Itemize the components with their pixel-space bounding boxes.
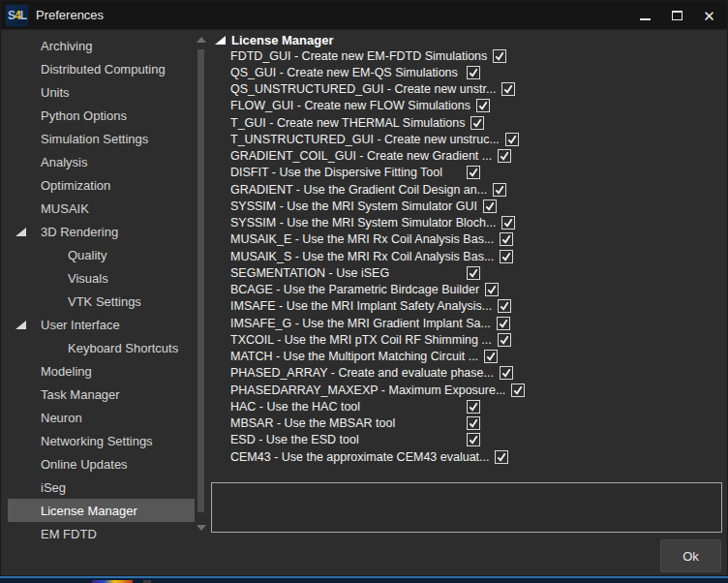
license-row: SEGMENTATION - Use iSEG	[230, 264, 480, 281]
license-item-label: QS_UNSTRUCTURED_GUI - Create new unstr..…	[230, 82, 496, 96]
license-checkbox[interactable]	[493, 49, 506, 63]
license-item-label: FLOW_GUI - Create new FLOW Simulations	[230, 99, 470, 112]
license-checkbox[interactable]	[467, 433, 480, 446]
sidebar-item-vtk-settings[interactable]: VTK Settings	[2, 290, 195, 313]
badge-letter-l: L	[20, 9, 26, 22]
sidebar-item-label: Neuron	[2, 411, 82, 425]
ok-button[interactable]: Ok	[660, 539, 721, 572]
sidebar-item-online-updates[interactable]: Online Updates	[2, 452, 195, 476]
sidebar-item-visuals[interactable]: Visuals	[2, 266, 195, 290]
sidebar-item-optimization[interactable]: Optimization	[2, 173, 195, 197]
license-checkbox[interactable]	[485, 283, 499, 296]
license-checkbox[interactable]	[511, 384, 525, 397]
sidebar-item-label: Visuals	[2, 271, 108, 286]
sidebar-item-quality[interactable]: Quality	[2, 243, 195, 266]
license-row: QS_UNSTRUCTURED_GUI - Create new unstr..…	[230, 81, 480, 98]
license-checkbox[interactable]	[500, 366, 513, 380]
license-checkbox[interactable]	[470, 116, 484, 130]
license-item-label: QS_GUI - Create new EM-QS Simulations	[230, 66, 458, 79]
sidebar-item-keyboard-shortcuts[interactable]: Keyboard Shortcuts	[2, 336, 195, 359]
titlebar: S4L Preferences ✕	[1, 1, 727, 30]
sidebar-item-user-interface[interactable]: User Interface	[2, 313, 195, 336]
description-box[interactable]	[211, 482, 722, 533]
license-item-label: MATCH - Use the Multiport Matching Circu…	[230, 350, 478, 363]
s4l-app-icon: S4L	[6, 5, 28, 26]
minimize-icon	[640, 18, 651, 20]
license-row: T_UNSTRUCTURED_GUI - Create new unstruc.…	[230, 131, 480, 147]
license-checkbox[interactable]	[495, 450, 508, 464]
license-checkbox[interactable]	[501, 82, 515, 96]
sidebar-item-3d-rendering[interactable]: 3D Rendering	[2, 220, 195, 243]
sidebar-item-label: EM FDTD	[2, 527, 97, 541]
sidebar-item-analysis[interactable]: Analysis	[2, 150, 195, 173]
license-row: MATCH - Use the Multiport Matching Circu…	[230, 349, 480, 365]
license-row: HAC - Use the HAC tool	[230, 398, 480, 414]
license-checkbox[interactable]	[467, 400, 480, 414]
sidebar-item-label: Online Updates	[2, 457, 128, 472]
license-manager-header: License Manager	[215, 33, 334, 47]
license-row: SYSSIM - Use the MRI System Simulator Bl…	[230, 215, 480, 231]
close-button[interactable]: ✕	[693, 1, 725, 30]
panel-title: License Manager	[231, 33, 334, 47]
license-item-label: GRADIENT - Use the Gradient Coil Design …	[230, 183, 487, 197]
license-checkbox[interactable]	[484, 350, 498, 363]
license-checkbox[interactable]	[498, 333, 511, 347]
license-checkbox[interactable]	[501, 216, 515, 230]
license-checkbox[interactable]	[476, 99, 490, 112]
sidebar-item-label: Analysis	[2, 155, 87, 169]
license-row: ESD - Use the ESD tool	[230, 432, 480, 448]
expanded-branch-icon[interactable]	[215, 36, 226, 45]
license-checkbox[interactable]	[483, 199, 497, 213]
sidebar-item-simulation-settings[interactable]: Simulation Settings	[2, 127, 195, 150]
sidebar-scrollbar[interactable]	[195, 33, 207, 533]
sidebar-item-networking-settings[interactable]: Networking Settings	[2, 429, 195, 452]
scrollbar-thumb[interactable]	[197, 49, 204, 512]
license-list: FDTD_GUI - Create new EM-FDTD Simulation…	[230, 47, 480, 465]
sidebar-item-distributed-computing[interactable]: Distributed Computing	[2, 57, 195, 80]
license-row: BCAGE - Use the Parametric Birdcage Buil…	[230, 282, 480, 298]
license-item-label: IMSAFE_G - Use the MRI Gradient Implant …	[230, 317, 491, 330]
license-checkbox[interactable]	[493, 183, 506, 197]
sidebar-item-units[interactable]: Units	[2, 80, 195, 104]
license-item-label: DISFIT - Use the Dispersive Fitting Tool	[230, 166, 442, 179]
maximize-button[interactable]	[661, 1, 693, 30]
sidebar-item-iseg[interactable]: iSeg	[2, 476, 195, 499]
license-checkbox[interactable]	[467, 166, 480, 179]
license-item-label: BCAGE - Use the Parametric Birdcage Buil…	[230, 283, 479, 296]
sidebar-item-label: Optimization	[2, 178, 110, 193]
scroll-down-icon[interactable]	[197, 525, 206, 531]
license-item-label: ESD - Use the ESD tool	[230, 433, 359, 446]
scroll-up-icon[interactable]	[197, 37, 206, 43]
sidebar-list: ArchivingDistributed ComputingUnitsPytho…	[2, 34, 195, 545]
sidebar-item-label: Archiving	[2, 39, 92, 53]
window-title: Preferences	[36, 1, 104, 30]
license-checkbox[interactable]	[498, 299, 511, 313]
sidebar-item-label: Keyboard Shortcuts	[2, 341, 178, 355]
badge-letter-s: S	[8, 9, 15, 22]
minimize-button[interactable]	[629, 1, 661, 30]
sidebar-item-label: License Manager	[8, 504, 137, 518]
license-item-label: MBSAR - Use the MBSAR tool	[230, 416, 395, 430]
license-checkbox[interactable]	[505, 133, 519, 146]
sidebar-item-label: VTK Settings	[2, 294, 141, 309]
license-checkbox[interactable]	[467, 66, 480, 79]
license-checkbox[interactable]	[467, 266, 480, 280]
license-checkbox[interactable]	[467, 416, 480, 430]
license-checkbox[interactable]	[497, 317, 510, 330]
license-checkbox[interactable]	[500, 250, 513, 263]
sidebar-item-python-options[interactable]: Python Options	[2, 104, 195, 127]
sidebar-item-label: Units	[2, 85, 70, 100]
sidebar-item-musaik[interactable]: MUSAIK	[2, 197, 195, 220]
sidebar-item-modeling[interactable]: Modeling	[2, 359, 195, 383]
license-checkbox[interactable]	[498, 149, 511, 163]
license-item-label: SYSSIM - Use the MRI System Simulator Bl…	[230, 216, 496, 230]
sidebar-item-label: User Interface	[2, 318, 120, 332]
sidebar-item-archiving[interactable]: Archiving	[2, 34, 195, 57]
sidebar-item-em-fdtd[interactable]: EM FDTD	[2, 522, 195, 545]
sidebar-item-neuron[interactable]: Neuron	[2, 406, 195, 429]
license-row: GRADIENT - Use the Gradient Coil Design …	[230, 181, 480, 198]
sidebar-item-task-manager[interactable]: Task Manager	[2, 383, 195, 406]
license-checkbox[interactable]	[500, 232, 513, 246]
sidebar-item-label: Task Manager	[2, 387, 120, 402]
sidebar-item-license-manager[interactable]: License Manager	[8, 499, 195, 522]
